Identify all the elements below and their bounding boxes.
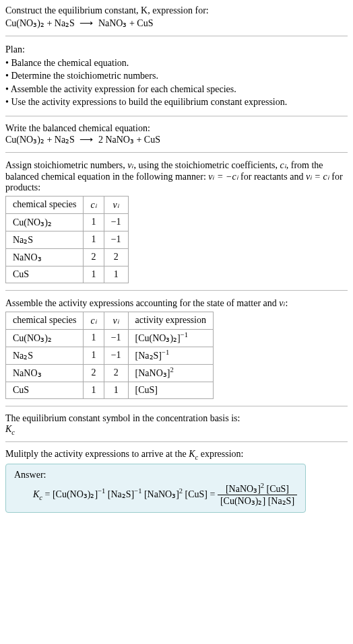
plan-item: • Use the activity expressions to build … [5,96,348,109]
table-row: Cu(NO₃)₂ 1 −1 [Cu(NO₃)₂]−1 [6,329,214,347]
nu-symbol: νᵢ [279,298,285,308]
col-nui: νᵢ [104,312,128,329]
term: [NaNO₃] [144,489,179,499]
rule: νᵢ = −cᵢ [208,172,238,182]
rule: νᵢ = cᵢ [306,172,329,182]
divider [5,152,348,153]
symbol-section: The equilibrium constant symbol in the c… [5,413,348,435]
cell-activity: [NaNO₃]2 [128,364,213,382]
term-sup: 2 [261,482,264,489]
cell-ci: 1 [84,347,104,364]
equals: = [207,489,218,499]
divider [5,441,348,442]
cell-species: NaNO₃ [6,248,84,266]
balanced-title: Write the balanced chemical equation: [5,123,348,134]
cell-species: Na₂S [6,231,84,248]
term: [Na₂S] [108,489,134,499]
cell-ci: 1 [84,213,104,231]
col-ci: cᵢ [84,196,104,213]
plan-item: • Balance the chemical equation. [5,57,348,70]
term: [Cu(NO₃)₂] [220,496,265,506]
unbalanced-equation: Cu(NO₃)₂ + Na₂S ⟶ NaNO₃ + CuS [5,17,348,29]
plan-item: • Determine the stoichiometric numbers. [5,69,348,83]
cell-species: CuS [6,266,84,283]
cell-nui: 1 [104,382,128,398]
col-ci: cᵢ [84,312,104,329]
cell-nui: −1 [104,213,128,231]
prompt-text: Construct the equilibrium constant, K, e… [5,5,348,16]
expr-sup: −1 [181,331,188,338]
answer-box: Answer: Kc = [Cu(NO₃)₂]−1 [Na₂S]−1 [NaNO… [5,464,306,513]
prompt-section: Construct the equilibrium constant, K, e… [5,5,348,29]
fraction: [NaNO₃]2 [CuS] [Cu(NO₃)₂] [Na₂S] [218,483,297,507]
text: for reactants and [238,172,306,182]
col-nui: νᵢ [104,196,128,213]
kc-base: K [5,424,11,434]
table-row: Na₂S 1 −1 [Na₂S]−1 [6,347,214,364]
cell-ci: 1 [84,231,104,248]
stoich-intro: Assign stoichiometric numbers, νᵢ, using… [5,159,348,193]
text: , using the stoichiometric coefficients, [133,160,280,170]
cell-nui: −1 [104,347,128,364]
cell-ci: 1 [84,329,104,347]
kc-base: K [189,449,195,459]
fraction-numerator: [NaNO₃]2 [CuS] [218,483,297,495]
equals: = [42,489,53,499]
activity-table: chemical species cᵢ νᵢ activity expressi… [5,312,214,399]
reaction-lhs: Cu(NO₃)₂ + Na₂S [5,18,75,28]
table-row: NaNO₃ 2 2 [6,248,129,266]
answer-label: Answer: [14,470,297,480]
balanced-section: Write the balanced chemical equation: Cu… [5,123,348,145]
expr-base: [NaNO₃] [135,368,170,378]
text: Assemble the activity expressions accoun… [5,298,279,308]
divider [5,406,348,406]
expr-base: [CuS] [135,385,158,395]
text: Assign stoichiometric numbers, [5,160,127,170]
divider [5,290,348,291]
term-sup: 2 [179,487,183,495]
expr-sup: 2 [170,366,173,373]
activity-intro: Assemble the activity expressions accoun… [5,297,348,309]
arrow-icon: ⟶ [77,135,96,145]
cell-ci: 1 [84,382,104,398]
cell-species: CuS [6,382,84,398]
c-symbol: cᵢ [280,160,286,170]
term: [NaNO₃] [226,484,261,494]
table-row: CuS 1 1 [6,266,129,283]
stoich-section: Assign stoichiometric numbers, νᵢ, using… [5,159,348,283]
col-species: chemical species [6,196,84,213]
table-row: NaNO₃ 2 2 [NaNO₃]2 [6,364,214,382]
divider [5,36,348,36]
col-species: chemical species [6,312,84,329]
term: [Cu(NO₃)₂] [53,489,98,499]
multiply-section: Mulitply the activity expressions to arr… [5,449,348,460]
prompt-line1: Construct the equilibrium constant, K, e… [5,5,209,15]
plan-item: • Assemble the activity expression for e… [5,83,348,96]
activity-section: Assemble the activity expressions accoun… [5,297,348,399]
arrow-icon: ⟶ [77,18,96,28]
cell-activity: [CuS] [128,382,213,398]
term: [CuS] [267,484,289,494]
term-sup: −1 [134,487,141,495]
table-header-row: chemical species cᵢ νᵢ activity expressi… [6,312,214,329]
cell-species: Na₂S [6,347,84,364]
cell-nui: −1 [104,231,128,248]
expr-base: [Na₂S] [135,351,162,361]
text: expression: [198,449,243,459]
kc-symbol: Kc [5,424,348,435]
balanced-equation: Cu(NO₃)₂ + Na₂S ⟶ 2 NaNO₃ + CuS [5,134,348,145]
expr-sup: −1 [162,349,169,356]
kc-sub: c [11,429,15,436]
fraction-denominator: [Cu(NO₃)₂] [Na₂S] [218,495,297,507]
cell-activity: [Cu(NO₃)₂]−1 [128,329,213,347]
cell-nui: −1 [104,329,128,347]
expr-base: [Cu(NO₃)₂] [135,333,181,343]
kc-base: K [33,489,39,499]
answer-expression: Kc = [Cu(NO₃)₂]−1 [Na₂S]−1 [NaNO₃]2 [CuS… [14,480,297,507]
table-header-row: chemical species cᵢ νᵢ [6,196,129,213]
table-row: CuS 1 1 [CuS] [6,382,214,398]
cell-species: NaNO₃ [6,364,84,382]
cell-species: Cu(NO₃)₂ [6,213,84,231]
term-sup: −1 [98,487,105,495]
cell-nui: 2 [104,364,128,382]
